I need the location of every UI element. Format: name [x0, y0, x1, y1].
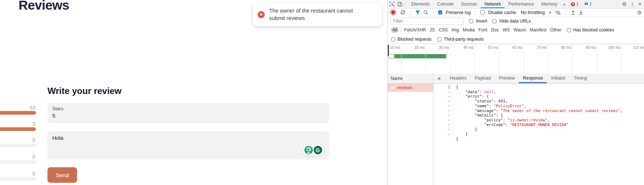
- third-party-requests-checkbox[interactable]: [437, 37, 442, 41]
- throttling-dropdown[interactable]: No throttling ▼: [521, 10, 552, 15]
- detail-tab-headers[interactable]: Headers: [446, 74, 470, 83]
- detail-tab-preview[interactable]: Preview: [495, 74, 519, 83]
- fold-marker[interactable]: −: [433, 127, 453, 132]
- settings-gear-icon[interactable]: ⚙: [622, 1, 627, 7]
- device-toolbar-icon[interactable]: [397, 1, 403, 7]
- blocked-requests-checkbox[interactable]: [391, 37, 395, 41]
- grammarly-widget[interactable]: G: [302, 144, 324, 156]
- code-tokens: "error": {: [453, 94, 489, 99]
- filter-type-media[interactable]: Media: [461, 27, 477, 33]
- filter-type-doc[interactable]: Doc: [489, 27, 501, 33]
- request-flags-row: Blocked requests Third-party requests: [388, 35, 644, 44]
- devtools-tab-memory[interactable]: Memory: [538, 0, 561, 8]
- detail-tab-initiator[interactable]: Initiator: [547, 74, 569, 83]
- filter-type-img[interactable]: Img: [450, 27, 461, 33]
- fold-marker[interactable]: −: [433, 90, 453, 94]
- timeline-gridline: [524, 44, 524, 74]
- timeline-gridline: [450, 44, 450, 74]
- third-party-requests-label: Third-party requests: [444, 37, 483, 42]
- fold-marker[interactable]: −: [433, 132, 453, 137]
- devtools-tab-elements[interactable]: Elements: [407, 0, 433, 8]
- code-tokens: }: [453, 127, 477, 132]
- close-devtools-icon[interactable]: ✕: [638, 1, 642, 7]
- fold-marker[interactable]: −: [433, 104, 453, 108]
- stars-field[interactable]: Stars 5: [47, 103, 329, 123]
- kebab-menu-icon[interactable]: ⋮: [630, 1, 635, 7]
- preserve-log-label: Preserve log: [446, 10, 470, 15]
- rating-count: 0: [15, 137, 35, 143]
- response-body-viewer[interactable]: 1{− "data": null,− "error": {− "status":…: [433, 84, 644, 185]
- issues-count-badge[interactable]: 2: [582, 1, 594, 7]
- filter-type-manifest[interactable]: Manifest: [528, 27, 548, 33]
- grammarly-logo-icon[interactable]: G: [314, 146, 322, 154]
- divider: [566, 10, 566, 15]
- devtools-tab-sources[interactable]: Sources: [457, 0, 481, 8]
- inspect-element-icon[interactable]: [389, 1, 394, 7]
- error-count-badge[interactable]: ✕ 2: [569, 1, 580, 7]
- disable-cache-checkbox[interactable]: [480, 10, 485, 14]
- clear-network-log-icon[interactable]: [400, 10, 405, 15]
- detail-tab-payload[interactable]: Payload: [470, 74, 495, 83]
- review-textarea[interactable]: Hola G: [47, 131, 329, 159]
- overview-selection[interactable]: [389, 54, 447, 58]
- error-circle-icon: ✕: [258, 11, 265, 18]
- fold-marker[interactable]: −: [433, 99, 453, 104]
- name-column-header[interactable]: Name: [388, 74, 433, 84]
- import-har-icon[interactable]: [571, 10, 575, 15]
- fold-marker[interactable]: −: [433, 94, 453, 99]
- more-tabs-icon[interactable]: »: [561, 1, 567, 7]
- rating-count: 0: [15, 154, 35, 160]
- filter-type-ws[interactable]: WS: [501, 27, 512, 33]
- filter-input[interactable]: [390, 18, 464, 25]
- hide-data-urls-checkbox[interactable]: [492, 19, 496, 23]
- divider: [400, 27, 401, 33]
- fold-marker[interactable]: −: [433, 122, 453, 127]
- devtools-tab-performance[interactable]: Performance: [505, 0, 538, 8]
- timeline-tick-label: 50 ms: [476, 46, 498, 50]
- code-tokens: "policy": "is-owner-review",: [453, 118, 550, 122]
- timeline-tick-label: 70 ms: [525, 46, 547, 50]
- network-conditions-icon[interactable]: [555, 10, 561, 15]
- preserve-log-checkbox[interactable]: [438, 10, 442, 14]
- page-title: Reviews: [19, 0, 69, 13]
- timeline-gridline: [597, 44, 597, 74]
- line-number: 1: [433, 85, 453, 90]
- devtools-tab-network[interactable]: Network: [481, 0, 505, 8]
- filter-type-wasm[interactable]: Wasm: [512, 27, 528, 33]
- rating-bar-empty: [0, 160, 36, 164]
- search-icon[interactable]: [423, 10, 428, 15]
- filter-type-other[interactable]: Other: [548, 27, 563, 33]
- timeline-tick-label: 30 ms: [427, 46, 449, 50]
- timeline-gridline: [499, 44, 499, 74]
- code-tokens: "errCode": "RESTAURANT_OWNER_REVIEW": [453, 122, 568, 127]
- divider: [405, 1, 405, 7]
- review-text: Hola: [52, 135, 63, 141]
- devtools-panel: ElementsConsoleSourcesNetworkPerformance…: [387, 0, 644, 185]
- detail-tab-response[interactable]: Response: [519, 74, 547, 83]
- filter-type-js[interactable]: JS: [428, 27, 437, 33]
- network-settings-gear-icon[interactable]: ⚙: [637, 10, 642, 16]
- detail-tab-timing[interactable]: Timing: [570, 74, 591, 83]
- code-tokens: "data": null,: [453, 90, 496, 94]
- send-button[interactable]: Send: [47, 167, 77, 183]
- filter-type-all[interactable]: All: [390, 27, 399, 33]
- close-detail-icon[interactable]: ✕: [437, 76, 441, 81]
- grammarly-suggestion-icon[interactable]: [304, 146, 313, 154]
- filter-type-fetchxhr[interactable]: Fetch/XHR: [402, 27, 428, 33]
- fold-marker[interactable]: −: [433, 118, 453, 122]
- network-overview-timeline[interactable]: 10 ms20 ms30 ms40 ms50 ms60 ms70 ms80 ms…: [388, 44, 644, 74]
- invert-label: Invert: [476, 18, 487, 24]
- timeline-tick-label: 90 ms: [574, 46, 596, 50]
- code-line: − }: [433, 132, 644, 137]
- has-blocked-cookies-checkbox[interactable]: [567, 28, 571, 32]
- devtools-tab-console[interactable]: Console: [433, 0, 457, 8]
- record-network-log-icon[interactable]: [392, 11, 395, 14]
- fold-marker[interactable]: −: [433, 108, 453, 113]
- request-row[interactable]: reviews: [388, 84, 433, 92]
- fold-marker[interactable]: −: [433, 113, 453, 118]
- filter-type-css[interactable]: CSS: [437, 27, 450, 33]
- filter-funnel-icon[interactable]: [415, 10, 420, 15]
- filter-type-font[interactable]: Font: [476, 27, 489, 33]
- invert-checkbox[interactable]: [469, 19, 473, 23]
- export-har-icon[interactable]: [579, 10, 583, 15]
